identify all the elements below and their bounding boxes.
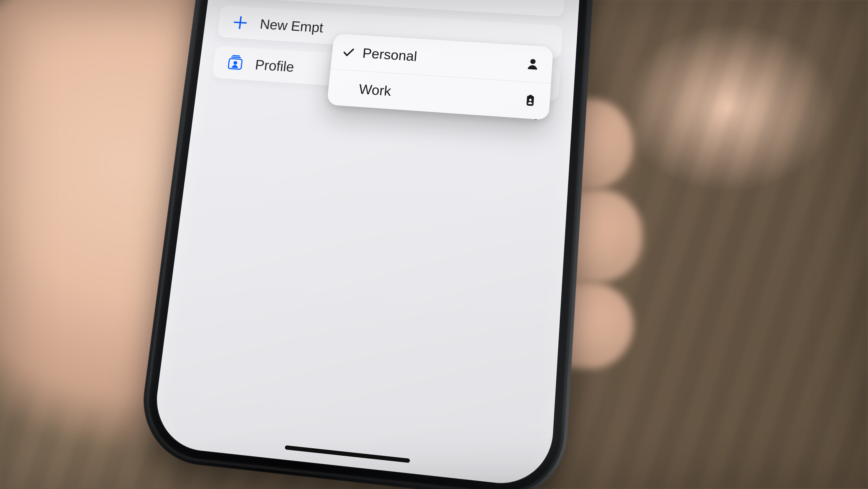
svg-point-8 [530,59,535,64]
person-icon [526,57,540,70]
svg-rect-10 [529,95,532,97]
plus-icon [231,14,250,31]
badge-icon [523,94,537,107]
iphone-device: Private New Empt [139,0,606,489]
phone-screen: Private New Empt [150,0,596,489]
svg-line-3 [235,22,246,23]
svg-line-6 [232,56,240,56]
popover-option-label: Work [358,81,392,99]
checkmark-placeholder [338,81,352,95]
svg-point-7 [233,61,238,65]
profile-card-icon [226,54,245,72]
popover-option-label: Personal [362,46,418,64]
row-profile-label: Profile [254,57,295,75]
checkmark-icon [342,46,356,59]
svg-line-5 [231,57,241,58]
home-indicator[interactable] [285,445,410,463]
row-new-empty-label: New Empt [259,16,324,35]
